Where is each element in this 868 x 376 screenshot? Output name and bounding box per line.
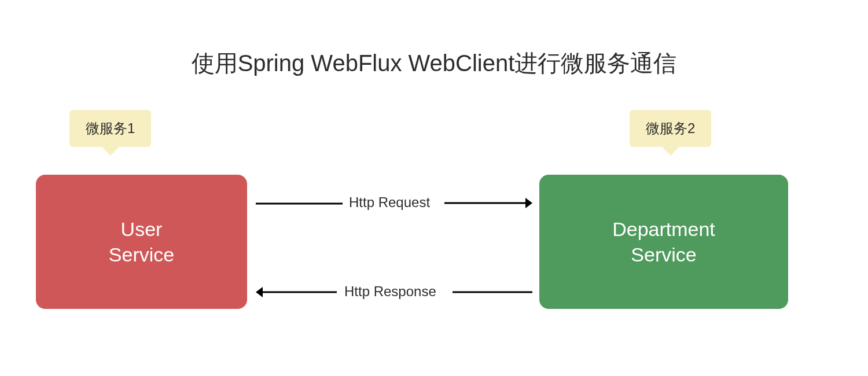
callout-label: 微服务1 [86,120,135,136]
response-arrow-left-segment [256,285,337,299]
department-service-box: Department Service [539,175,788,309]
service-name-line2: Service [109,242,174,267]
service-name-line2: Service [612,242,715,267]
response-arrow-right-segment [453,290,532,294]
user-service-box: User Service [36,175,247,309]
service-name-line1: User [109,216,174,242]
request-arrow-left-segment [256,202,343,205]
request-arrow-label: Http Request [349,194,430,211]
callout-label: 微服务2 [646,120,695,136]
svg-marker-3 [256,287,263,297]
response-arrow-label: Http Response [344,283,436,300]
service-name-line1: Department [612,216,715,242]
request-arrow-right-segment [444,196,532,210]
callout-microservice-1: 微服务1 [69,110,151,147]
svg-marker-2 [525,198,532,208]
callout-microservice-2: 微服务2 [630,110,711,147]
diagram-title: 使用Spring WebFlux WebClient进行微服务通信 [0,47,868,79]
